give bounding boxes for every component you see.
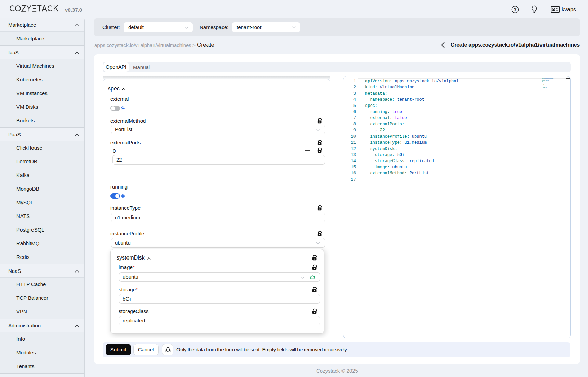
svg-text:?: ?	[514, 7, 517, 12]
